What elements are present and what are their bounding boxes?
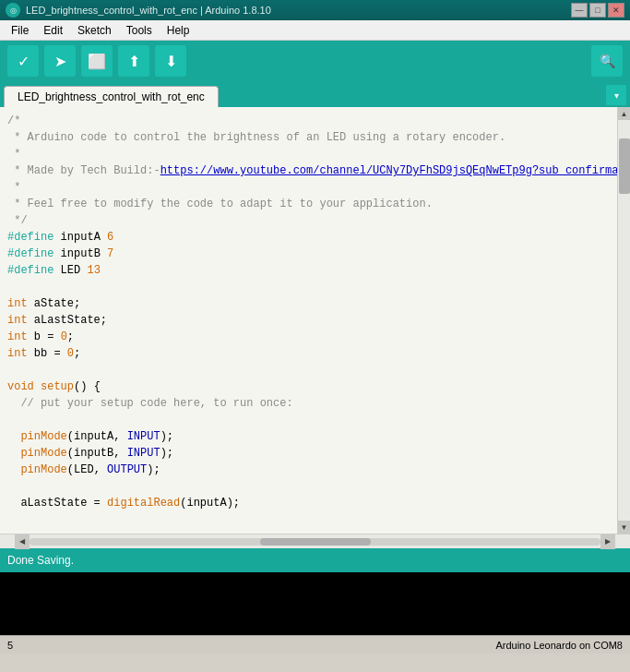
code-line [0, 279, 617, 295]
h-scroll-track[interactable] [30, 538, 600, 546]
board-info: Arduino Leonardo on COM8 [495, 640, 623, 651]
console [0, 572, 630, 635]
code-line: * Made by Tech Build:-https://www.youtub… [0, 162, 617, 179]
code-line: int b = 0; [0, 329, 617, 345]
menu-help[interactable]: Help [160, 22, 197, 39]
menu-tools[interactable]: Tools [119, 22, 160, 39]
serial-monitor-button[interactable]: 🔍 [591, 45, 623, 77]
code-line: int bb = 0; [0, 345, 617, 362]
arduino-icon: ◎ [6, 3, 20, 18]
close-button[interactable]: ✕ [608, 3, 624, 18]
code-line: int aState; [0, 295, 617, 312]
open-button[interactable]: ⬆ [118, 45, 149, 77]
code-line: void setup() { [0, 378, 617, 395]
code-line [0, 511, 617, 528]
maximize-button[interactable]: □ [589, 3, 606, 18]
title-bar-left: ◎ LED_brightness_control_with_rot_enc | … [6, 3, 271, 18]
menu-sketch[interactable]: Sketch [70, 22, 119, 39]
code-line [0, 412, 617, 428]
toolbar: ✓ ➤ ⬜ ⬆ ⬇ 🔍 [0, 41, 630, 81]
title-bar-text: LED_brightness_control_with_rot_enc | Ar… [26, 5, 271, 16]
active-tab[interactable]: LED_brightness_control_with_rot_enc [4, 86, 219, 107]
code-line: * Feel free to modify the code to adapt … [0, 196, 617, 212]
scroll-left-arrow[interactable]: ◀ [15, 534, 30, 549]
code-line: pinMode(LED, OUTPUT); [0, 462, 617, 478]
code-line: pinMode(inputB, INPUT); [0, 445, 617, 462]
h-scroll-thumb[interactable] [260, 538, 371, 546]
code-line [0, 528, 617, 534]
code-line: #define LED 13 [0, 262, 617, 279]
minimize-button[interactable]: — [571, 3, 588, 18]
bottom-status: 5 Arduino Leonardo on COM8 [0, 635, 630, 654]
menu-edit[interactable]: Edit [36, 22, 70, 39]
title-bar-controls: — □ ✕ [571, 3, 624, 18]
code-line: aLastState = digitalRead(inputA); [0, 495, 617, 511]
code-line: #define inputA 6 [0, 229, 617, 246]
toolbar-right: 🔍 [591, 45, 623, 77]
code-line [0, 362, 617, 378]
code-line: /* [0, 113, 617, 129]
editor-content[interactable]: /* * Arduino code to control the brightn… [0, 107, 617, 534]
new-button[interactable]: ⬜ [81, 45, 113, 77]
editor-scrollbar[interactable]: ▲ ▼ [617, 107, 630, 534]
menu-bar: File Edit Sketch Tools Help [0, 20, 630, 41]
horizontal-scrollbar[interactable]: ◀ ▶ [0, 534, 630, 548]
scroll-right-arrow[interactable]: ▶ [600, 534, 615, 549]
code-line: #define inputB 7 [0, 246, 617, 262]
code-line: * [0, 146, 617, 162]
code-line: int aLastState; [0, 312, 617, 329]
code-line: * [0, 179, 617, 196]
line-number: 5 [7, 640, 13, 651]
code-line: pinMode(inputA, INPUT); [0, 428, 617, 445]
editor-container: /* * Arduino code to control the brightn… [0, 107, 630, 534]
code-line: */ [0, 212, 617, 229]
verify-button[interactable]: ✓ [7, 45, 39, 77]
code-line: // put your setup code here, to run once… [0, 395, 617, 412]
scroll-thumb[interactable] [619, 138, 630, 194]
tab-bar: LED_brightness_control_with_rot_enc ▾ [0, 81, 630, 107]
status-message: Done Saving. [7, 554, 74, 567]
save-button[interactable]: ⬇ [155, 45, 186, 77]
code-line [0, 478, 617, 495]
menu-file[interactable]: File [4, 22, 36, 39]
upload-button[interactable]: ➤ [44, 45, 76, 77]
scroll-up-arrow[interactable]: ▲ [618, 107, 631, 120]
tab-dropdown-button[interactable]: ▾ [606, 85, 626, 105]
scroll-down-arrow[interactable]: ▼ [618, 521, 631, 534]
status-bar: Done Saving. [0, 548, 630, 572]
code-line: * Arduino code to control the brightness… [0, 129, 617, 146]
title-bar: ◎ LED_brightness_control_with_rot_enc | … [0, 0, 630, 20]
